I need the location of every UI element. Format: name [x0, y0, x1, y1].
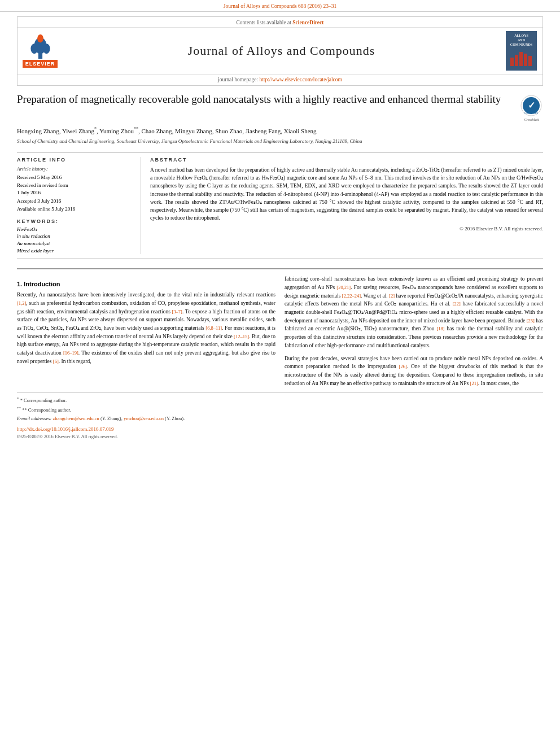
journal-cover-thumbnail: ALLOYS AND COMPOUNDS	[506, 31, 537, 71]
article-info-abstract-section: ARTICLE INFO Article history: Received 5…	[17, 152, 543, 259]
footnote-corresponding-2: ** ** Corresponding author.	[17, 405, 543, 414]
journal-title-row: ELSEVIER Journal of Alloys and Compounds…	[18, 28, 542, 74]
accepted-date: Accepted 3 July 2016	[17, 198, 135, 205]
body-left-col: 1. Introduction Recently, Au nanocatalys…	[17, 275, 275, 387]
svg-text:CrossMark: CrossMark	[524, 111, 539, 115]
available-online-date: Available online 5 July 2016	[17, 206, 135, 213]
crossmark-label: CrossMark	[520, 118, 543, 121]
keyword-2: in situ reduction	[17, 233, 135, 240]
keywords-section: Keywords: HwFe₃O₄ in situ reduction Au n…	[17, 219, 135, 254]
journal-main-title: Journal of Alloys and Compounds	[63, 43, 500, 58]
abstract-heading: ABSTRACT	[150, 157, 543, 163]
svg-text:✓: ✓	[528, 101, 535, 110]
introduction-title: 1. Introduction	[17, 281, 275, 287]
elsevier-logo: ELSEVIER	[23, 34, 57, 68]
svg-rect-9	[528, 56, 532, 66]
elsevier-text: ELSEVIER	[23, 60, 58, 68]
article-title: Preparation of magnetically recoverable …	[17, 93, 520, 107]
science-direct-line: Contents lists available at ScienceDirec…	[18, 17, 542, 28]
revised-date: Received in revised form1 July 2016	[17, 182, 135, 196]
svg-rect-6	[515, 55, 518, 66]
crossmark-badge: ✓ CrossMark CrossMark	[520, 95, 543, 121]
affiliation-line: School of Chemistry and Chemical Enginee…	[17, 138, 543, 145]
journal-citation: Journal of Alloys and Compounds 688 (201…	[224, 3, 336, 9]
article-history-label: Article history:	[17, 166, 135, 172]
keyword-3: Au nanocatalyst	[17, 240, 135, 247]
abstract-text: A novel method has been developed for th…	[150, 166, 543, 222]
svg-rect-7	[519, 52, 523, 66]
body-section: 1. Introduction Recently, Au nanocatalys…	[17, 268, 543, 387]
svg-point-2	[30, 43, 38, 54]
homepage-line: journal homepage: http://www.elsevier.co…	[18, 74, 542, 85]
svg-rect-5	[510, 58, 514, 66]
intro-para-3: During the past decades, several strateg…	[285, 355, 543, 388]
intro-para-1: Recently, Au nanocatalysts have been int…	[17, 291, 275, 365]
homepage-url[interactable]: http://www.elsevier.com/locate/jalcom	[259, 77, 342, 82]
intro-para-2: fabricating core–shell nanostructures ha…	[285, 275, 543, 350]
doi-line[interactable]: http://dx.doi.org/10.1016/j.jallcom.2016…	[17, 426, 543, 432]
journal-header-box: Contents lists available at ScienceDirec…	[17, 16, 543, 86]
article-area: Preparation of magnetically recoverable …	[17, 93, 543, 145]
body-right-col: fabricating core–shell nanostructures ha…	[285, 275, 543, 387]
title-crossmark-row: Preparation of magnetically recoverable …	[17, 93, 543, 121]
article-info-col: ARTICLE INFO Article history: Received 5…	[17, 157, 141, 254]
keyword-1: HwFe₃O₄	[17, 226, 135, 233]
copyright-footer: 0925-8388/© 2016 Elsevier B.V. All right…	[17, 434, 543, 439]
svg-rect-8	[524, 54, 527, 66]
received-date: Received 5 May 2016	[17, 174, 135, 181]
keywords-heading: Keywords:	[17, 219, 135, 224]
footnote-email: E-mail addresses: zhangchem@seu.edu.cn (…	[17, 415, 543, 422]
abstract-col: ABSTRACT A novel method has been develop…	[150, 157, 543, 254]
science-direct-link[interactable]: ScienceDirect	[292, 20, 323, 25]
footnote-corresponding-1: * * Corresponding author.	[17, 396, 543, 404]
two-col-body: 1. Introduction Recently, Au nanocatalys…	[17, 275, 543, 387]
keyword-4: Mixed oxide layer	[17, 247, 135, 255]
authors-line: Hongxing Zhang, Yiwei Zhang*, Yuming Zho…	[17, 126, 543, 136]
abstract-copyright: © 2016 Elsevier B.V. All rights reserved…	[150, 226, 543, 231]
svg-point-3	[43, 43, 50, 54]
footnote-area: * * Corresponding author. ** ** Correspo…	[17, 392, 543, 439]
svg-point-4	[37, 34, 43, 42]
journal-header-bar: Journal of Alloys and Compounds 688 (201…	[0, 0, 560, 12]
article-info-heading: ARTICLE INFO	[17, 157, 135, 163]
